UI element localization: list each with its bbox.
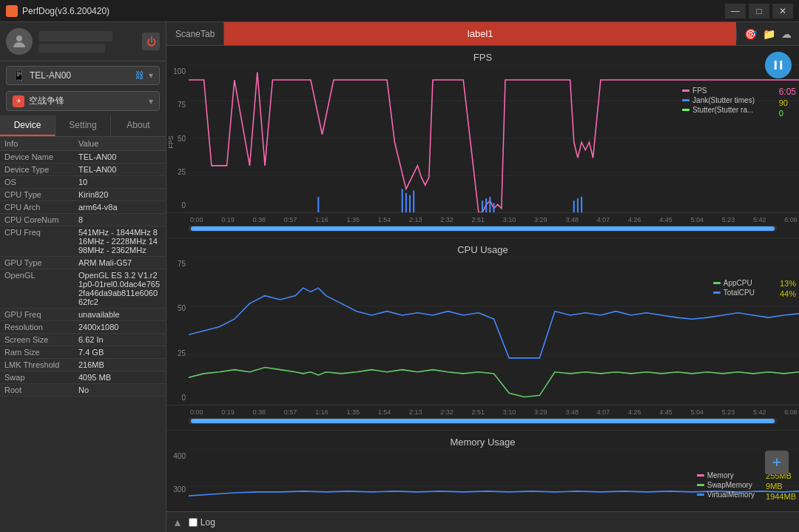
pause-button[interactable] xyxy=(765,52,792,78)
device-selector[interactable]: 📱 TEL-AN00 ⛓ ▾ xyxy=(6,66,160,85)
cpu-scrollbar-thumb[interactable] xyxy=(191,419,775,423)
fps-scrollbar[interactable] xyxy=(189,226,777,232)
tab-device[interactable]: Device xyxy=(0,115,55,136)
info-row-label: Screen Size xyxy=(4,335,78,344)
info-row-value: ARM Mali-G57 xyxy=(78,258,161,267)
fps-chart-inner: 100 75 50 25 0 FPS xyxy=(166,64,799,212)
device-icon: 📱 xyxy=(13,70,25,81)
username-field xyxy=(38,31,112,41)
expand-button[interactable]: ▲ xyxy=(172,516,183,528)
app-name-label: 空战争锋 xyxy=(29,95,144,107)
info-table-row: OpenGLOpenGL ES 3.2 V1.r21p0-01rel0.0dac… xyxy=(0,269,166,309)
info-table-row: CPU TypeKirin820 xyxy=(0,189,166,201)
cpu-chart-title: CPU Usage xyxy=(166,241,799,257)
cpu-chart-area: AppCPU TotalCPU 13% 44% xyxy=(189,257,799,405)
info-table-row: Resolution2400x1080 xyxy=(0,321,166,334)
cpu-time-axis: 0:000:190:380:571:161:351:542:132:322:51… xyxy=(166,405,799,418)
folder-icon[interactable]: 📁 xyxy=(763,28,775,40)
info-row-value: TEL-AN00 xyxy=(78,165,161,174)
info-table-row: Ram Size7.4 GB xyxy=(0,346,166,359)
fps-scrollbar-thumb[interactable] xyxy=(191,226,775,231)
info-table-row: CPU Archarm64-v8a xyxy=(0,201,166,214)
avatar xyxy=(6,28,33,55)
info-table-row: Screen Size6.62 In xyxy=(0,334,166,346)
info-row-value: No xyxy=(78,385,161,394)
info-row-label: OpenGL xyxy=(4,271,78,306)
memory-y-axis: 400 300 200 100 0 xyxy=(166,449,189,511)
fps-legend: FPS Jank(Stutter times) Stutter(Stutter … xyxy=(682,87,755,114)
info-row-label: CPU Type xyxy=(4,190,78,199)
info-row-value: TEL-AN00 xyxy=(78,152,161,161)
scene-tab[interactable]: ScaneTab xyxy=(166,22,224,45)
log-label: Log xyxy=(200,517,215,528)
info-row-value: Kirin820 xyxy=(78,190,161,199)
info-table-row: Swap4095 MB xyxy=(0,371,166,384)
info-row-label: OS xyxy=(4,178,78,186)
info-table-row: RootNo xyxy=(0,384,166,397)
content-area: ScaneTab label1 🎯 📁 ☁ FPS 100 xyxy=(166,22,799,532)
cpu-scrollbar[interactable] xyxy=(189,418,777,424)
info-table-row: Device NameTEL-AN00 xyxy=(0,151,166,164)
memory-value3: 1944MB xyxy=(766,492,796,501)
info-row-value: arm64-v8a xyxy=(78,203,161,212)
memory-chart-inner: 400 300 200 100 0 xyxy=(166,449,799,511)
tab-setting[interactable]: Setting xyxy=(55,115,111,136)
info-table-row: GPU TypeARM Mali-G57 xyxy=(0,257,166,269)
close-button[interactable]: ✕ xyxy=(772,4,793,18)
title-bar-left: PerfDog(v3.6.200420) xyxy=(6,5,109,17)
info-row-label: CPU Arch xyxy=(4,203,78,212)
info-row-label: Swap xyxy=(4,373,78,382)
window-title: PerfDog(v3.6.200420) xyxy=(22,6,109,16)
col-info-header: Info xyxy=(4,139,78,148)
fps-value1: 6:05 xyxy=(779,87,796,97)
info-table-row: OS10 xyxy=(0,176,166,189)
info-table-row: GPU Frequnavailable xyxy=(0,309,166,321)
cpu-chart-container: CPU Usage 75 50 25 0 xyxy=(166,238,799,431)
memory-chart-area: Memory SwapMemory VirtualMemory 255MB 9M… xyxy=(189,449,799,511)
info-row-value: 4095 MB xyxy=(78,373,161,382)
title-bar: PerfDog(v3.6.200420) — □ ✕ xyxy=(0,0,799,22)
location-icon[interactable]: 🎯 xyxy=(744,28,757,40)
info-row-value: OpenGL ES 3.2 V1.r21p0-01rel0.0dac4e7652… xyxy=(78,271,161,306)
info-row-value: 2400x1080 xyxy=(78,323,161,331)
app-icon xyxy=(6,5,18,17)
label1-tab[interactable]: label1 xyxy=(224,22,736,45)
power-button[interactable]: ⏻ xyxy=(142,33,160,50)
info-row-value: 216MB xyxy=(78,360,161,369)
app-selector[interactable]: ✈ 空战争锋 ▾ xyxy=(6,91,160,111)
cloud-icon[interactable]: ☁ xyxy=(781,28,792,40)
fps-value3: 0 xyxy=(779,109,796,118)
info-row-label: Device Type xyxy=(4,165,78,174)
info-table-row: CPU CoreNum8 xyxy=(0,214,166,226)
minimize-button[interactable]: — xyxy=(725,4,746,18)
maximize-button[interactable]: □ xyxy=(749,4,769,18)
cpu-values: 13% 44% xyxy=(780,279,796,298)
fps-value2: 90 xyxy=(779,98,796,107)
svg-rect-2 xyxy=(780,61,782,70)
fps-values: 6:05 90 0 xyxy=(779,87,796,118)
info-table-row: LMK Threshold216MB xyxy=(0,359,166,371)
info-row-label: Root xyxy=(4,385,78,394)
chevron-down-icon: ▾ xyxy=(149,70,153,81)
info-row-value: 8 xyxy=(78,215,161,224)
charts-area[interactable]: FPS 100 75 50 25 0 FPS xyxy=(166,46,799,511)
info-row-label: Resolution xyxy=(4,323,78,331)
window-controls: — □ ✕ xyxy=(725,4,793,18)
add-chart-button[interactable]: + xyxy=(765,451,789,474)
log-checkbox-input[interactable] xyxy=(189,518,198,527)
log-checkbox[interactable]: Log xyxy=(189,517,215,528)
app-game-icon: ✈ xyxy=(13,95,24,107)
info-row-value: 541MHz - 1844MHz 816MHz - 2228MHz 1498MH… xyxy=(78,228,161,255)
cpu-value2: 44% xyxy=(780,289,796,298)
info-row-value: unavailable xyxy=(78,310,161,319)
info-row-label: CPU CoreNum xyxy=(4,215,78,224)
info-row-label: GPU Freq xyxy=(4,310,78,319)
sidebar-user-info xyxy=(38,31,136,53)
fps-y-label: FPS xyxy=(167,135,175,149)
memory-value2: 9MB xyxy=(766,482,796,491)
fps-chart-title: FPS xyxy=(166,49,799,64)
tab-about[interactable]: About xyxy=(111,115,166,136)
fps-chart-container: FPS 100 75 50 25 0 FPS xyxy=(166,46,799,238)
cpu-legend: AppCPU TotalCPU xyxy=(713,279,755,297)
bottom-bar: ▲ Log xyxy=(166,511,799,532)
